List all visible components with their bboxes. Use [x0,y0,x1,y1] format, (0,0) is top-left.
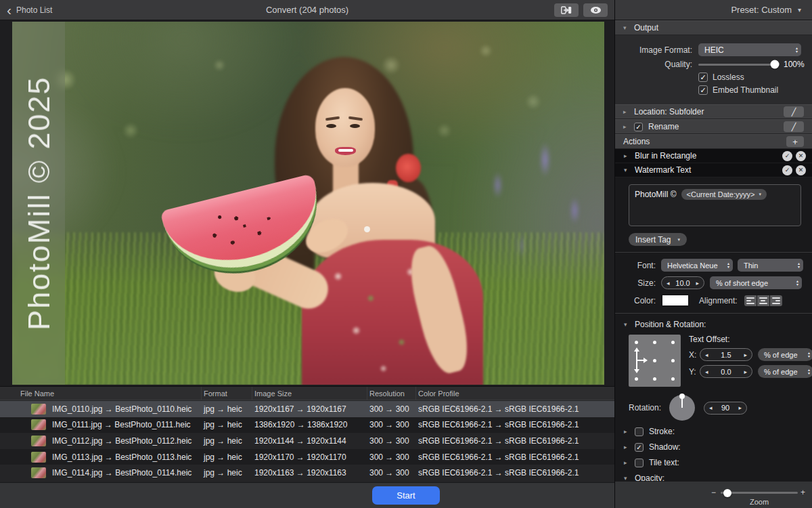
file-format: jpg → heic [202,433,252,449]
lossless-checkbox[interactable]: ✓ [698,72,708,82]
action-blur-in-rectangle[interactable]: ▸ Blur in Rectangle ✓ ✕ [615,149,812,163]
font-label: Font: [629,261,656,270]
shadow-checkbox[interactable]: ✓ [635,443,644,452]
column-header-image-size[interactable]: Image Size [252,387,367,400]
image-format-value: HEIC [704,45,791,55]
column-header-color-profile[interactable]: Color Profile [416,387,614,400]
add-action-button[interactable]: + [786,136,804,147]
decrement-icon[interactable]: ◂ [709,404,713,411]
file-image-size: 1920x1163 → 1920x1163 [252,465,367,481]
align-center-button[interactable] [757,295,769,306]
zoom-out-icon[interactable]: − [711,488,716,497]
decrement-icon[interactable]: ◂ [705,352,708,358]
rotation-stepper[interactable]: ◂ 90 ▸ [704,402,747,415]
zoom-control-bar: − + Zoom [615,481,812,508]
quality-slider[interactable] [698,64,775,66]
zoom-label: Zoom [721,498,798,506]
file-format: jpg → heic [202,401,252,417]
position-anchor-grid[interactable] [629,335,681,387]
dropdown-arrows-icon: ▴▾ [727,262,729,269]
action-remove-button[interactable]: ✕ [796,151,806,161]
increment-icon[interactable]: ▸ [696,280,699,287]
file-format: jpg → heic [202,417,252,433]
increment-icon[interactable]: ▸ [739,404,742,411]
action-watermark-text[interactable]: ▾ Watermark Text ✓ ✕ [615,163,812,177]
dropdown-arrows-icon: ▴▾ [798,262,800,269]
table-row[interactable]: IMG_0114.jpg → BestPhoto_0114.heic jpg →… [0,465,614,481]
y-unit-value: % of edge [764,368,803,376]
stroke-checkbox[interactable] [635,427,644,436]
necklace-pendant [364,226,370,232]
embed-thumbnail-checkbox[interactable]: ✓ [698,85,708,95]
column-header-resolution[interactable]: Resolution [367,387,416,400]
watermark-text-overlay: PhotoMill © 2025 [22,76,57,330]
column-header-format[interactable]: Format [202,387,252,400]
font-weight-select[interactable]: Thin ▴▾ [738,259,803,272]
column-header-file-name[interactable]: File Name [0,387,202,400]
y-unit-select[interactable]: % of edge ▴▾ [758,365,812,378]
align-left-button[interactable] [744,295,757,306]
file-thumbnail [31,452,46,463]
table-row[interactable]: IMG_0112.jpg → BestPhoto_0112.heic jpg →… [0,433,614,449]
location-section-header[interactable]: ▸ Location: Subfolder ╱ [615,104,812,119]
insert-tag-label: Insert Tag [635,235,671,245]
window-title: Convert (204 photos) [0,5,614,15]
chevron-down-icon: ▾ [759,192,761,197]
file-image-size: 1920x1167 → 1920x1167 [252,401,367,417]
rotation-dial[interactable] [669,395,695,421]
increment-icon[interactable]: ▸ [744,368,747,375]
disclosure-closed-icon: ▸ [624,444,629,450]
preset-selector[interactable]: Preset: Custom ▾ [615,0,812,20]
insert-tag-button[interactable]: Insert Tag ▾ [629,233,687,246]
action-enabled-toggle[interactable]: ✓ [782,151,792,161]
start-button[interactable]: Start [372,486,440,505]
file-resolution: 300 → 300 [367,417,416,433]
photo-preview[interactable]: PhotoMill © 2025 [12,22,604,385]
x-offset-stepper[interactable]: ◂ 1.5 ▸ [700,348,752,361]
dropdown-arrows-icon: ▴▾ [808,368,810,375]
disclosure-closed-icon: ▸ [624,459,629,466]
output-section-header[interactable]: ▾ Output [615,20,812,35]
watermark-text-input[interactable]: PhotoMill © <Current Date:yyyy> ▾ [629,184,801,226]
disclosure-open-icon: ▾ [623,24,629,31]
action-enabled-toggle[interactable]: ✓ [782,165,792,175]
rename-checkbox[interactable]: ✓ [634,123,643,131]
action-label: Blur in Rectangle [635,151,696,161]
x-unit-select[interactable]: % of edge ▴▾ [758,348,812,361]
file-resolution: 300 → 300 [367,449,416,465]
increment-icon[interactable]: ▸ [744,352,747,358]
image-format-select[interactable]: HEIC ▴▾ [698,43,801,56]
align-right-button[interactable] [770,295,782,306]
edit-location-button[interactable]: ╱ [784,106,804,117]
close-icon: ✕ [798,167,804,173]
rename-section-header[interactable]: ▸ ✓ Rename ╱ [615,119,812,134]
preview-zoom-slider[interactable] [721,492,798,494]
compare-before-after-button[interactable] [554,3,579,17]
text-color-swatch[interactable] [661,294,690,307]
y-offset-label: Y: [689,367,700,377]
edit-rename-button[interactable]: ╱ [784,121,804,132]
zoom-in-icon[interactable]: + [800,488,805,497]
font-family-select[interactable]: Helvetica Neue ▴▾ [661,259,733,272]
date-token-pill[interactable]: <Current Date:yyyy> ▾ [681,189,767,200]
table-row[interactable]: IMG_0110.jpg → BestPhoto_0110.heic jpg →… [0,401,614,417]
stroke-label: Stroke: [649,427,675,436]
tile-text-label: Tile text: [649,458,679,467]
table-row[interactable]: IMG_0111.jpg → BestPhoto_0111.heic jpg →… [0,417,614,433]
size-unit-select[interactable]: % of short edge ▴▾ [710,276,802,289]
file-color-profile: sRGB IEC61966-2.1 → sRGB IEC61966-2.1 [416,465,614,481]
position-rotation-header[interactable]: ▾ Position & Rotation: [615,320,812,329]
zoom-slider-knob[interactable] [723,489,731,497]
decrement-icon[interactable]: ◂ [667,280,670,287]
y-offset-stepper[interactable]: ◂ 0.0 ▸ [700,365,752,378]
preview-toggle-button[interactable] [583,3,608,17]
size-stepper[interactable]: ◂ 10.0 ▸ [661,276,704,289]
quality-slider-knob[interactable] [771,60,780,69]
tile-text-checkbox[interactable] [635,459,644,467]
action-remove-button[interactable]: ✕ [796,165,806,175]
table-row[interactable]: IMG_0113.jpg → BestPhoto_0113.heic jpg →… [0,449,614,465]
dropdown-arrows-icon: ▴▾ [796,280,798,287]
back-to-photo-list-button[interactable]: ‹ Photo List [7,4,52,16]
rotation-label: Rotation: [629,403,661,412]
decrement-icon[interactable]: ◂ [705,368,708,375]
